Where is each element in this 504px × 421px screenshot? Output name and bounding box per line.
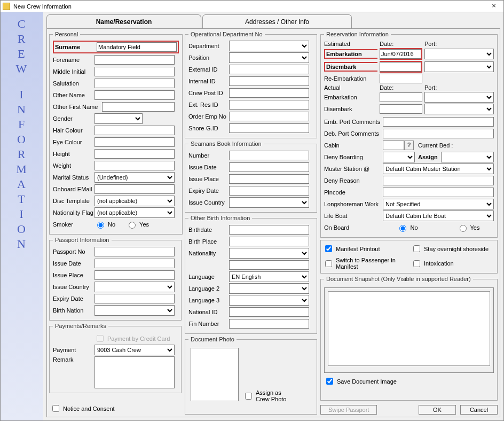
opdept-group: Operational Department No Department Pos…	[185, 31, 317, 138]
cancel-button[interactable]: Cancel	[460, 405, 498, 415]
dis-port-select[interactable]	[424, 61, 494, 72]
extid-input[interactable]	[229, 65, 309, 74]
smoker-no[interactable]: No	[94, 220, 115, 229]
close-button[interactable]: ×	[486, 2, 501, 11]
adis-port-select[interactable]	[424, 104, 494, 114]
ok-button[interactable]: OK	[419, 405, 456, 415]
extres-input[interactable]	[229, 100, 309, 110]
fin-label: Fin Number	[188, 321, 229, 327]
aemb-port-select[interactable]	[424, 92, 494, 103]
swipe-button[interactable]: Swipe Passport	[320, 405, 377, 415]
lang-select[interactable]: EN English	[229, 271, 309, 282]
smoker-no-radio[interactable]	[97, 222, 104, 229]
passportno-input[interactable]	[94, 247, 175, 256]
deny-select[interactable]	[383, 152, 415, 162]
intox-check[interactable]	[413, 260, 420, 267]
onboard-yes-radio[interactable]	[460, 225, 467, 232]
denyreason-input[interactable]	[383, 176, 494, 185]
pissplace-input[interactable]	[94, 270, 175, 280]
stayov-check[interactable]	[413, 245, 420, 252]
middle-input[interactable]	[94, 67, 175, 76]
gender-select[interactable]	[94, 113, 143, 124]
pisscountry-select[interactable]	[94, 282, 175, 292]
shoreg-input[interactable]	[229, 123, 309, 133]
aemb-date-input[interactable]	[380, 92, 422, 102]
debcom-input[interactable]	[383, 129, 494, 138]
sidebar-letter: N	[17, 103, 27, 116]
surname-input[interactable]	[97, 42, 177, 52]
muster-select[interactable]: Default Cabin Muster Station	[383, 163, 494, 174]
marital-select[interactable]: (Undefined)	[94, 172, 175, 183]
emb-date-input[interactable]	[380, 49, 421, 59]
tab-addresses[interactable]: Addresses / Other Info	[202, 14, 352, 28]
date-header2: Date:	[380, 84, 422, 91]
snapshot-group: Document Snapshot (Only Visible in suppo…	[320, 276, 498, 401]
otherfirst-label: Other First Name	[53, 104, 102, 110]
manifest-check[interactable]	[325, 245, 332, 252]
nat-extra-input[interactable]	[229, 260, 309, 270]
payment-select[interactable]: 9003 Cash Crew	[94, 345, 175, 355]
sissdate-label: Issue Date	[188, 164, 229, 170]
bdate-input[interactable]	[229, 225, 309, 235]
reemb-input[interactable]	[380, 74, 422, 83]
sexp-label: Expiry Date	[188, 188, 229, 194]
pexp-input[interactable]	[94, 294, 175, 303]
cabin-help-button[interactable]: ?	[404, 141, 414, 150]
adis-date-input[interactable]	[380, 104, 422, 114]
assign-select[interactable]	[441, 152, 494, 162]
savedoc-check[interactable]	[326, 378, 333, 385]
pos-select[interactable]	[229, 52, 309, 63]
sissplace-input[interactable]	[229, 174, 309, 184]
fin-input[interactable]	[229, 319, 309, 329]
remark-label: Remark	[53, 356, 94, 363]
photo-box[interactable]	[191, 348, 239, 401]
nat-select[interactable]	[229, 248, 309, 259]
eye-input[interactable]	[94, 137, 175, 147]
smoker-yes[interactable]: Yes	[126, 220, 149, 229]
embarkation-label: Embarkation	[324, 49, 377, 59]
weight-input[interactable]	[94, 161, 175, 170]
pbirth-select[interactable]	[94, 305, 175, 316]
disc-select[interactable]: (not applicable)	[94, 196, 175, 206]
longshore-select[interactable]: Not Specified	[383, 199, 494, 209]
cabin-input[interactable]	[383, 141, 404, 150]
height-input[interactable]	[94, 149, 175, 159]
tab-name-reservation[interactable]: Name/Reservation	[46, 14, 201, 28]
sisscountry-select[interactable]	[229, 197, 309, 208]
sexp-input[interactable]	[229, 186, 309, 196]
sissdate-input[interactable]	[229, 162, 309, 172]
othername-input[interactable]	[94, 90, 175, 100]
snum-input[interactable]	[229, 151, 309, 160]
lifeboat-select[interactable]: Default Cabin Life Boat	[383, 210, 494, 221]
remark-textarea[interactable]	[94, 356, 175, 388]
onboard-yes[interactable]: Yes	[457, 223, 480, 232]
forename-input[interactable]	[94, 55, 175, 65]
onboard-no[interactable]: No	[397, 223, 418, 232]
embcom-input[interactable]	[383, 117, 494, 127]
lang2-select[interactable]	[229, 283, 309, 294]
notice-check[interactable]	[52, 405, 59, 412]
intid-input[interactable]	[229, 76, 309, 86]
hair-input[interactable]	[94, 126, 175, 135]
crewpost-input[interactable]	[229, 88, 309, 98]
natid-input[interactable]	[229, 307, 309, 317]
emb-port-select[interactable]	[424, 49, 494, 59]
pin-input[interactable]	[383, 188, 494, 197]
salutation-input[interactable]	[94, 79, 175, 88]
bplace-input[interactable]	[229, 237, 309, 246]
natflag-select[interactable]: (not applicable)	[94, 207, 175, 218]
email-input[interactable]	[94, 184, 175, 194]
orderemp-input[interactable]	[229, 112, 309, 121]
assign-photo-check[interactable]	[245, 393, 252, 400]
lang3-select[interactable]	[229, 295, 309, 306]
switch-check[interactable]	[325, 260, 332, 267]
surname-row: Surname	[53, 41, 179, 53]
snapshot-inner	[328, 291, 490, 366]
pissdate-input[interactable]	[94, 259, 175, 268]
dis-date-input[interactable]	[380, 62, 421, 72]
smoker-yes-radio[interactable]	[129, 222, 136, 229]
dept-select[interactable]	[229, 41, 309, 51]
sissplace-label: Issue Place	[188, 176, 229, 182]
onboard-no-radio[interactable]	[399, 225, 406, 232]
otherfirst-input[interactable]	[102, 102, 175, 112]
